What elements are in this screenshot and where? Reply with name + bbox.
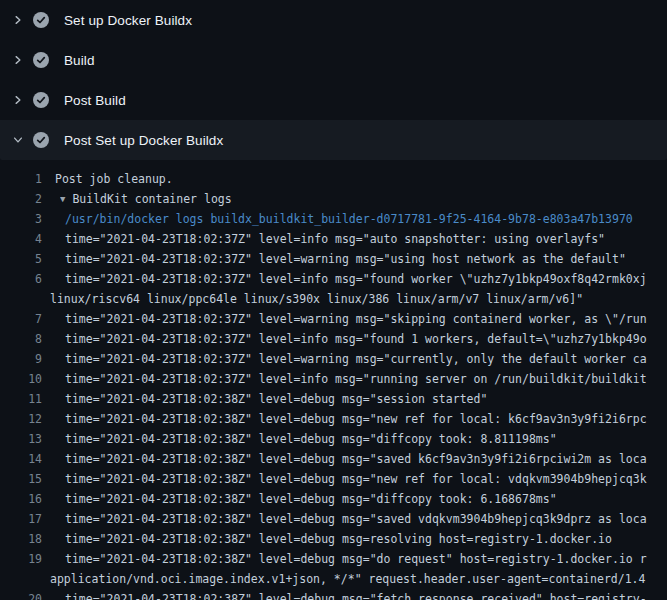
log-line: 1 Post job cleanup.: [0, 169, 667, 189]
log-line: 7 time="2021-04-23T18:02:37Z" level=warn…: [0, 309, 667, 329]
actions-log-viewer: Set up Docker Buildx Build Post Buil: [0, 0, 667, 600]
log-line-number[interactable]: 5: [0, 249, 42, 269]
log-line-text: time="2021-04-23T18:02:37Z" level=info m…: [65, 369, 667, 389]
log-line-text: Post job cleanup.: [55, 169, 667, 189]
log-line-number[interactable]: 9: [0, 349, 42, 369]
step-list: Set up Docker Buildx Build Post Buil: [0, 0, 667, 160]
log-line-number[interactable]: 6: [0, 269, 42, 289]
log-group-header: 2 ▼BuildKit container logs: [0, 189, 667, 209]
group-collapse-toggle-icon[interactable]: ▼: [60, 194, 65, 204]
log-line: 18 time="2021-04-23T18:02:38Z" level=deb…: [0, 529, 667, 549]
chevron-down-icon[interactable]: [12, 134, 24, 146]
log-line: 11 time="2021-04-23T18:02:38Z" level=deb…: [0, 389, 667, 409]
check-circle-icon: [33, 12, 49, 28]
log-line-text: time="2021-04-23T18:02:38Z" level=debug …: [65, 469, 667, 489]
log-line: 20 time="2021-04-23T18:02:38Z" level=deb…: [0, 589, 667, 600]
log-line-number[interactable]: 14: [0, 449, 42, 469]
log-line-text: time="2021-04-23T18:02:38Z" level=debug …: [65, 489, 667, 509]
log-line: application/vnd.oci.image.index.v1+json,…: [0, 569, 667, 589]
log-line-text: time="2021-04-23T18:02:38Z" level=debug …: [65, 449, 667, 469]
log-line: 6 time="2021-04-23T18:02:37Z" level=info…: [0, 269, 667, 289]
log-line-text: time="2021-04-23T18:02:38Z" level=debug …: [65, 389, 667, 409]
log-line-number[interactable]: 17: [0, 509, 42, 529]
log-line-number: [0, 569, 42, 589]
log-line-number[interactable]: 20: [0, 589, 42, 600]
log-line-number: [0, 289, 42, 309]
step-title: Build: [64, 53, 95, 68]
step-header-post-build[interactable]: Post Build: [0, 80, 667, 120]
log-line-text: time="2021-04-23T18:02:38Z" level=debug …: [65, 509, 667, 529]
log-line: 9 time="2021-04-23T18:02:37Z" level=warn…: [0, 349, 667, 369]
chevron-right-icon[interactable]: [12, 94, 24, 106]
log-line: 4 time="2021-04-23T18:02:37Z" level=info…: [0, 229, 667, 249]
log-line-number[interactable]: 18: [0, 529, 42, 549]
log-line-number[interactable]: 1: [0, 169, 42, 189]
log-line-number[interactable]: 10: [0, 369, 42, 389]
log-line: 13 time="2021-04-23T18:02:38Z" level=deb…: [0, 429, 667, 449]
chevron-right-icon[interactable]: [12, 54, 24, 66]
chevron-right-icon[interactable]: [12, 14, 24, 26]
log-line: 16 time="2021-04-23T18:02:38Z" level=deb…: [0, 489, 667, 509]
log-line: linux/riscv64 linux/ppc64le linux/s390x …: [0, 289, 667, 309]
log-line-text: time="2021-04-23T18:02:37Z" level=warnin…: [65, 349, 667, 369]
log-line-text: time="2021-04-23T18:02:37Z" level=warnin…: [65, 249, 667, 269]
log-line-number[interactable]: 16: [0, 489, 42, 509]
log-line-number[interactable]: 7: [0, 309, 42, 329]
log-line-number[interactable]: 3: [0, 209, 42, 229]
log-line-text: time="2021-04-23T18:02:38Z" level=debug …: [65, 409, 667, 429]
log-line-number[interactable]: 8: [0, 329, 42, 349]
log-line-number[interactable]: 12: [0, 409, 42, 429]
log-line-text: application/vnd.oci.image.index.v1+json,…: [50, 569, 667, 589]
log-line: 3 /usr/bin/docker logs buildx_buildkit_b…: [0, 209, 667, 229]
log-area: 1 Post job cleanup. 2 ▼BuildKit containe…: [0, 160, 667, 600]
log-line: 8 time="2021-04-23T18:02:37Z" level=info…: [0, 329, 667, 349]
log-line-text: time="2021-04-23T18:02:37Z" level=warnin…: [65, 309, 667, 329]
log-line: 10 time="2021-04-23T18:02:37Z" level=inf…: [0, 369, 667, 389]
step-header-build[interactable]: Build: [0, 40, 667, 80]
log-line-text: linux/riscv64 linux/ppc64le linux/s390x …: [50, 289, 667, 309]
log-line: 14 time="2021-04-23T18:02:38Z" level=deb…: [0, 449, 667, 469]
log-line-text: time="2021-04-23T18:02:38Z" level=debug …: [65, 549, 667, 569]
log-line-text: time="2021-04-23T18:02:37Z" level=info m…: [65, 229, 667, 249]
log-line: 17 time="2021-04-23T18:02:38Z" level=deb…: [0, 509, 667, 529]
step-title: Set up Docker Buildx: [64, 13, 192, 28]
log-line-text[interactable]: ▼BuildKit container logs: [60, 189, 667, 209]
log-line-text: time="2021-04-23T18:02:37Z" level=info m…: [65, 329, 667, 349]
step-header-post-set-up-docker-buildx[interactable]: Post Set up Docker Buildx: [0, 120, 667, 160]
log-line-number[interactable]: 19: [0, 549, 42, 569]
log-line-text: time="2021-04-23T18:02:38Z" level=debug …: [65, 429, 667, 449]
step-header-set-up-docker-buildx[interactable]: Set up Docker Buildx: [0, 0, 667, 40]
log-line: 19 time="2021-04-23T18:02:38Z" level=deb…: [0, 549, 667, 569]
log-line-number[interactable]: 11: [0, 389, 42, 409]
log-line-number[interactable]: 15: [0, 469, 42, 489]
log-line: 15 time="2021-04-23T18:02:38Z" level=deb…: [0, 469, 667, 489]
step-title: Post Set up Docker Buildx: [64, 133, 223, 148]
check-circle-icon: [33, 52, 49, 68]
step-title: Post Build: [64, 93, 126, 108]
log-line-number[interactable]: 4: [0, 229, 42, 249]
log-line-number[interactable]: 13: [0, 429, 42, 449]
log-line-text: time="2021-04-23T18:02:38Z" level=debug …: [65, 529, 667, 549]
log-line: 5 time="2021-04-23T18:02:37Z" level=warn…: [0, 249, 667, 269]
log-line-text: /usr/bin/docker logs buildx_buildkit_bui…: [65, 209, 667, 229]
log-line-number[interactable]: 2: [0, 189, 42, 209]
check-circle-icon: [33, 92, 49, 108]
check-circle-icon: [33, 132, 49, 148]
log-line-text: time="2021-04-23T18:02:37Z" level=info m…: [65, 269, 667, 289]
log-line: 12 time="2021-04-23T18:02:38Z" level=deb…: [0, 409, 667, 429]
log-line-text: time="2021-04-23T18:02:38Z" level=debug …: [65, 589, 667, 600]
